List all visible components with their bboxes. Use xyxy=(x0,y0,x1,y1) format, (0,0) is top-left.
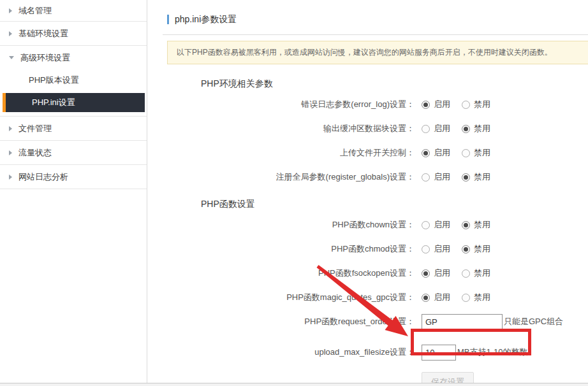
radio-setting-row: PHP函数chown设置：启用禁用 xyxy=(147,217,588,232)
radio-option-enable[interactable]: 启用 xyxy=(422,219,450,231)
radio-option-disable[interactable]: 禁用 xyxy=(462,147,490,159)
radio-disable-icon[interactable] xyxy=(462,125,470,133)
sidebar-subitem-PHP.ini设置[interactable]: PHP.ini设置 xyxy=(3,93,145,112)
setting-label: PHP函数fsockopen设置： xyxy=(147,268,415,279)
title-divider xyxy=(163,34,588,35)
setting-label: PHP函数chmod设置： xyxy=(147,243,415,255)
radio-option-disable[interactable]: 禁用 xyxy=(462,99,490,110)
radio-label: 启用 xyxy=(434,171,450,183)
sidebar-item-label: 基础环境设置 xyxy=(18,28,68,39)
radio-label: 禁用 xyxy=(474,243,490,255)
sidebar-item-高级环境设置[interactable]: 高级环境设置 xyxy=(0,46,147,69)
warning-banner: 以下PHP函数容易被黑客利用，或造成网站访问慢，建议咨询您的网站服务商后开启，不… xyxy=(167,41,588,64)
page-title-row: php.ini参数设置 xyxy=(167,14,588,25)
input-group: MB支持1-10的整数 xyxy=(422,345,528,361)
sidebar-item-label: 域名管理 xyxy=(18,5,52,17)
radio-label: 启用 xyxy=(434,147,450,159)
sidebar-group: 域名管理 xyxy=(0,0,147,22)
radio-option-enable[interactable]: 启用 xyxy=(422,147,450,159)
radio-setting-row: 上传文件开关控制：启用禁用 xyxy=(147,145,588,161)
radio-enable-icon[interactable] xyxy=(422,149,430,157)
radio-enable-icon[interactable] xyxy=(422,294,430,302)
chevron-right-icon xyxy=(9,150,12,155)
radio-option-enable[interactable]: 启用 xyxy=(422,99,450,110)
radio-label: 启用 xyxy=(434,99,450,110)
chevron-right-icon xyxy=(9,8,12,13)
radio-label: 启用 xyxy=(434,292,450,303)
chevron-right-icon xyxy=(9,31,12,36)
input-hint: MB支持1-10的整数 xyxy=(457,347,528,358)
section-heading: PHP环境相关参数 xyxy=(201,78,588,90)
radio-label: 禁用 xyxy=(474,99,490,110)
sidebar-group: 文件管理 xyxy=(0,117,147,141)
radio-group: 启用禁用 xyxy=(422,219,502,231)
radio-setting-row: 错误日志参数(error_log)设置：启用禁用 xyxy=(147,97,588,112)
setting-label: 错误日志参数(error_log)设置： xyxy=(147,99,415,110)
radio-disable-icon[interactable] xyxy=(462,101,470,109)
sidebar-group: 基础环境设置 xyxy=(0,22,147,46)
sidebar-item-域名管理[interactable]: 域名管理 xyxy=(0,0,147,21)
radio-option-enable[interactable]: 启用 xyxy=(422,171,450,183)
section-heading: PHP函数设置 xyxy=(201,199,588,210)
radio-enable-icon[interactable] xyxy=(422,221,430,229)
radio-disable-icon[interactable] xyxy=(462,221,470,229)
sidebar-group: 网站日志分析 xyxy=(0,165,147,189)
radio-label: 禁用 xyxy=(474,268,490,279)
page-bottom-divider xyxy=(0,383,588,386)
radio-option-disable[interactable]: 禁用 xyxy=(462,171,490,183)
radio-setting-row: PHP函数magic_quotes_gpc设置：启用禁用 xyxy=(147,290,588,305)
sidebar-item-label: 高级环境设置 xyxy=(20,52,70,64)
radio-enable-icon[interactable] xyxy=(422,269,430,278)
radio-group: 启用禁用 xyxy=(422,99,502,110)
text-setting-row: PHP函数request_order设置：只能是GPC组合 xyxy=(147,313,588,330)
radio-enable-icon[interactable] xyxy=(422,101,430,109)
radio-enable-icon[interactable] xyxy=(422,125,430,133)
radio-group: 启用禁用 xyxy=(422,171,502,183)
radio-group: 启用禁用 xyxy=(422,292,502,303)
radio-disable-icon[interactable] xyxy=(462,269,470,278)
radio-enable-icon[interactable] xyxy=(422,173,430,182)
setting-label: upload_max_filesize设置： xyxy=(147,347,415,358)
radio-option-disable[interactable]: 禁用 xyxy=(462,243,490,255)
php-ini-settings-page: { "colors": { "accent_blue": "#5b9bd5", … xyxy=(0,0,588,386)
radio-option-disable[interactable]: 禁用 xyxy=(462,292,490,303)
radio-option-disable[interactable]: 禁用 xyxy=(462,268,490,279)
radio-disable-icon[interactable] xyxy=(462,245,470,254)
page-title: php.ini参数设置 xyxy=(175,14,237,25)
sidebar-item-网站日志分析[interactable]: 网站日志分析 xyxy=(0,165,147,189)
radio-disable-icon[interactable] xyxy=(462,149,470,157)
input-hint: 只能是GPC组合 xyxy=(504,316,563,327)
sidebar-item-流量状态[interactable]: 流量状态 xyxy=(0,141,147,164)
radio-enable-icon[interactable] xyxy=(422,245,430,254)
request-order-input[interactable] xyxy=(422,314,503,330)
sidebar-group: 流量状态 xyxy=(0,141,147,165)
sidebar-item-文件管理[interactable]: 文件管理 xyxy=(0,117,147,140)
settings-form: PHP环境相关参数错误日志参数(error_log)设置：启用禁用输出缓冲区数据… xyxy=(147,78,588,361)
radio-setting-row: PHP函数chmod设置：启用禁用 xyxy=(147,241,588,257)
setting-label: PHP函数magic_quotes_gpc设置： xyxy=(147,292,415,303)
radio-disable-icon[interactable] xyxy=(462,173,470,182)
upload-max-filesize-input[interactable] xyxy=(422,345,456,361)
radio-label: 禁用 xyxy=(474,292,490,303)
text-setting-row-highlighted: upload_max_filesize设置：MB支持1-10的整数 xyxy=(147,344,588,361)
radio-option-disable[interactable]: 禁用 xyxy=(462,123,490,134)
title-accent-bar xyxy=(167,15,169,24)
radio-option-enable[interactable]: 启用 xyxy=(422,268,450,279)
chevron-right-icon xyxy=(9,175,12,180)
radio-option-disable[interactable]: 禁用 xyxy=(462,219,490,231)
input-group: 只能是GPC组合 xyxy=(422,314,563,330)
radio-setting-row: PHP函数fsockopen设置：启用禁用 xyxy=(147,266,588,281)
sidebar-group: 高级环境设置PHP版本设置PHP.ini设置 xyxy=(0,46,147,117)
radio-group: 启用禁用 xyxy=(422,147,502,159)
radio-setting-row: 输出缓冲区数据块设置：启用禁用 xyxy=(147,121,588,136)
chevron-right-icon xyxy=(9,126,12,131)
radio-disable-icon[interactable] xyxy=(462,294,470,302)
sidebar-item-基础环境设置[interactable]: 基础环境设置 xyxy=(0,22,147,45)
radio-group: 启用禁用 xyxy=(422,243,502,255)
setting-label: 注册全局参数(register_globals)设置： xyxy=(147,171,415,183)
setting-label: PHP函数request_order设置： xyxy=(147,316,415,327)
radio-option-enable[interactable]: 启用 xyxy=(422,292,450,303)
radio-option-enable[interactable]: 启用 xyxy=(422,243,450,255)
radio-option-enable[interactable]: 启用 xyxy=(422,123,450,134)
sidebar-subitem-PHP版本设置[interactable]: PHP版本设置 xyxy=(0,69,147,91)
